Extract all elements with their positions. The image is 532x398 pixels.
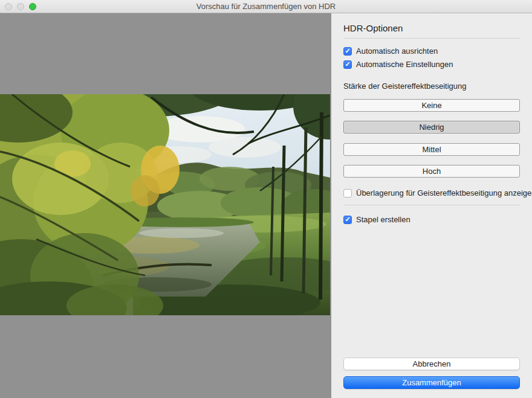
auto-settings-checkbox-row[interactable]: Automatische Einstellungen [343, 60, 453, 69]
deghost-section-label: Stärke der Geistereffektbeseitigung [343, 82, 467, 91]
window-titlebar: Vorschau für Zusammenfügen von HDR [0, 0, 532, 13]
zoom-window-button[interactable] [29, 3, 36, 10]
overlay-label: Überlagerung für Geistereffektbeseitigun… [356, 188, 532, 197]
close-window-button [5, 3, 12, 10]
deghost-medium-button[interactable]: Mittel [343, 143, 520, 156]
window-title: Vorschau für Zusammenfügen von HDR [196, 2, 336, 11]
preview-workspace [0, 13, 331, 398]
minimize-window-button [17, 3, 24, 10]
divider [343, 205, 520, 205]
hdr-preview-photo [0, 94, 330, 315]
deghost-none-button[interactable]: Keine [343, 99, 520, 112]
checkbox-checked-icon[interactable] [343, 216, 352, 224]
window-controls [5, 3, 36, 10]
panel-title: HDR-Optionen [343, 23, 403, 33]
checkbox-checked-icon[interactable] [343, 60, 352, 69]
deghost-high-button[interactable]: Hoch [343, 165, 520, 178]
merge-button[interactable]: Zusammenfügen [343, 376, 520, 389]
auto-align-label: Automatisch ausrichten [356, 47, 438, 56]
stack-checkbox-row[interactable]: Stapel erstellen [343, 215, 410, 224]
checkbox-unchecked-icon[interactable] [343, 189, 352, 197]
deghost-low-button[interactable]: Niedrig [343, 121, 520, 133]
hdr-options-panel: HDR-Optionen Automatisch ausrichten Auto… [331, 13, 532, 398]
auto-align-checkbox-row[interactable]: Automatisch ausrichten [343, 47, 438, 56]
divider [343, 38, 520, 39]
stack-label: Stapel erstellen [356, 215, 410, 224]
checkbox-checked-icon[interactable] [343, 47, 352, 56]
auto-settings-label: Automatische Einstellungen [356, 60, 453, 69]
overlay-checkbox-row[interactable]: Überlagerung für Geistereffektbeseitigun… [343, 188, 532, 197]
cancel-button[interactable]: Abbrechen [343, 358, 520, 370]
